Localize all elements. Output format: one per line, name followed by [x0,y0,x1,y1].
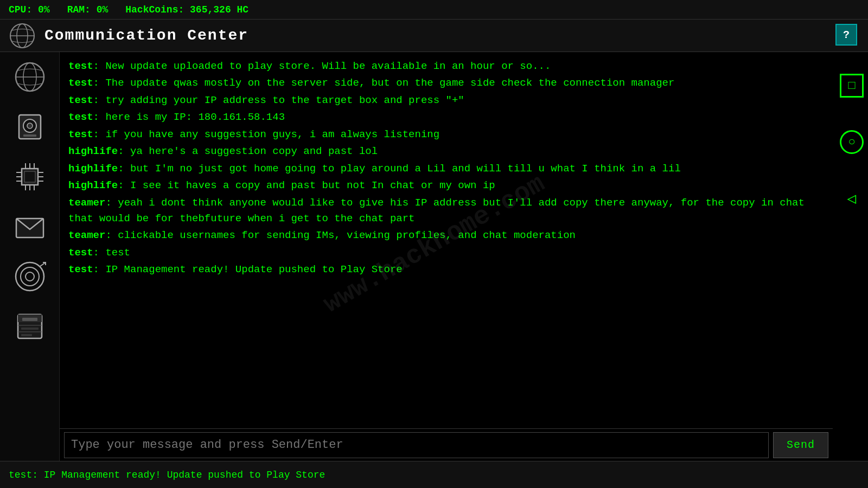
sidebar-target-icon[interactable] [10,257,49,296]
chat-message: test: test [68,245,824,261]
chat-username[interactable]: teamer [68,229,105,241]
input-area: Send [60,428,833,461]
sidebar-disc-icon[interactable] [10,107,49,146]
chat-text: : try adding your IP address to the targ… [93,94,464,106]
bottom-status-text: test: IP Management ready! Update pushed… [9,470,325,480]
circle-button[interactable]: ○ [840,130,864,154]
chat-message: teamer: clickable usernames for sending … [68,228,824,243]
chat-username[interactable]: test [68,60,93,72]
globe-header-icon [9,22,36,49]
chat-text: : here is my IP: 180.161.58.143 [93,111,285,123]
svg-line-28 [40,262,46,266]
chat-message: highlife: but I'm no just got home going… [68,161,824,177]
chat-text: : test [93,247,130,259]
chat-text: : New update uploaded to play store. Wil… [93,60,551,72]
svg-rect-35 [21,334,32,336]
chat-username[interactable]: test [68,264,93,275]
chat-message: test: New update uploaded to play store.… [68,59,824,74]
sidebar-globe-icon[interactable] [10,57,49,97]
chat-message: test: try adding your IP address to the … [68,93,824,108]
hackcoins-status: HackCoins: 365,326 HC [125,4,248,15]
chat-username[interactable]: highlife [68,163,118,175]
triangle-button[interactable]: ◁ [840,187,864,210]
chat-message: highlife: ya here's a suggestion copy an… [68,144,824,159]
chat-username[interactable]: test [68,94,93,106]
chat-username[interactable]: test [68,247,93,259]
chat-text: : clickable usernames for sending IMs, v… [105,229,576,241]
chat-message: highlife: I see it haves a copy and past… [68,178,824,194]
sidebar [0,20,60,461]
chat-username[interactable]: test [68,77,93,89]
chat-username[interactable]: test [68,129,93,140]
message-input[interactable] [64,432,769,458]
sidebar-server-icon[interactable] [10,307,49,346]
square-button[interactable]: □ [840,74,864,98]
chat-username[interactable]: highlife [68,179,118,191]
chat-text: : yeah i dont think anyone would like to… [68,197,805,224]
send-button[interactable]: Send [773,432,828,458]
chat-message: test: here is my IP: 180.161.58.143 [68,110,824,125]
cpu-status: CPU: 0% [9,4,50,15]
chat-text: : I see it haves a copy and past but not… [118,179,495,191]
svg-point-8 [27,123,33,129]
chat-text: : IP Management ready! Update pushed to … [93,264,403,275]
chat-message: test: if you have any suggestion guys, i… [68,127,824,143]
svg-rect-9 [23,134,36,137]
sidebar-chip-icon[interactable] [10,157,49,196]
bottom-bar: test: IP Management ready! Update pushed… [0,461,868,488]
ram-status: RAM: 0% [67,4,108,15]
chat-message: test: The update qwas mostly on the serv… [68,75,824,91]
right-controls: □ ○ ◁ [835,52,868,210]
chat-message: teamer: yeah i dont think anyone would l… [68,195,824,227]
header: Communication Center ? [0,20,868,52]
page-title: Communication Center [44,27,248,44]
chat-message: test: IP Management ready! Update pushed… [68,262,824,278]
svg-rect-34 [21,328,39,330]
status-bar: CPU: 0% RAM: 0% HackCoins: 365,326 HC [0,0,868,20]
chat-username[interactable]: highlife [68,145,118,157]
chat-text: : but I'm no just got home going to play… [118,163,681,175]
chat-text: : The update qwas mostly on the server s… [93,77,675,89]
help-button[interactable]: ? [835,24,857,46]
sidebar-mail-icon[interactable] [10,207,49,246]
chat-text: : ya here's a suggestion copy and past l… [118,145,378,157]
svg-rect-33 [22,318,37,321]
svg-point-27 [25,272,34,281]
svg-rect-11 [24,171,35,182]
chat-area[interactable]: test: New update uploaded to play store.… [60,52,833,428]
chat-text: : if you have any suggestion guys, i am … [93,129,440,140]
chat-username[interactable]: test [68,111,93,123]
chat-username[interactable]: teamer [68,197,105,209]
